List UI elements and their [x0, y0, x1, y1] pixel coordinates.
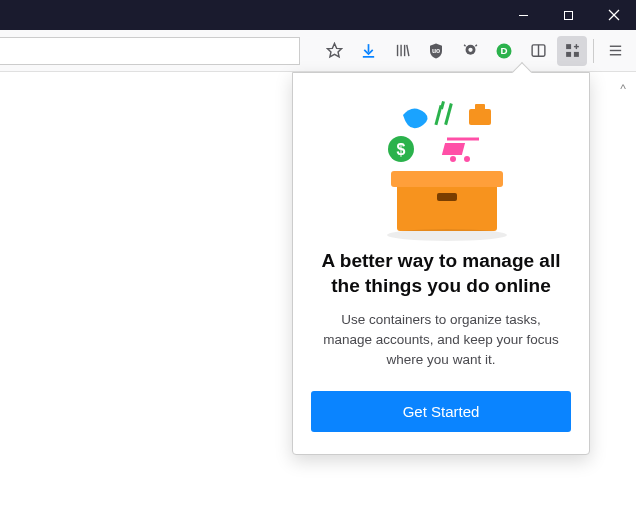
containers-onboarding-popup: $ A better way to manage all the things … [292, 72, 590, 455]
svg-line-10 [406, 45, 408, 56]
toolbar-separator [593, 39, 594, 63]
popup-body-text: Use containers to organize tasks, manage… [311, 310, 571, 369]
svg-point-34 [450, 156, 456, 162]
fork-knife-icon [434, 101, 452, 125]
svg-text:uo: uo [432, 47, 440, 54]
disconnect-d-icon[interactable]: D [489, 36, 519, 66]
browser-toolbar: uo D [0, 30, 636, 72]
library-icon[interactable] [387, 36, 417, 66]
svg-rect-30 [475, 104, 485, 110]
svg-text:D: D [500, 45, 507, 56]
storage-box-icon [387, 171, 507, 241]
svg-rect-37 [397, 181, 497, 231]
svg-rect-39 [437, 193, 457, 201]
svg-point-40 [387, 229, 507, 241]
dollar-coin-icon: $ [388, 136, 414, 162]
page-content: ^ $ [0, 72, 636, 527]
url-bar[interactable] [0, 37, 300, 65]
svg-rect-29 [469, 109, 491, 125]
svg-point-13 [468, 48, 472, 52]
scroll-up-caret-icon: ^ [620, 82, 626, 96]
svg-rect-33 [442, 143, 465, 155]
svg-rect-27 [444, 103, 453, 125]
svg-rect-19 [566, 52, 571, 57]
svg-marker-4 [327, 43, 341, 56]
svg-rect-1 [565, 11, 573, 19]
window-titlebar [0, 0, 636, 30]
shopping-cart-icon [442, 139, 479, 162]
containers-icon[interactable] [557, 36, 587, 66]
popup-illustration: $ [311, 91, 571, 241]
hamburger-menu-icon[interactable] [600, 36, 630, 66]
reader-view-icon[interactable] [523, 36, 553, 66]
window-maximize-button[interactable] [546, 0, 591, 30]
toolbar-icons: uo D [319, 36, 636, 66]
svg-rect-28 [440, 101, 445, 110]
svg-rect-18 [566, 44, 571, 49]
svg-rect-20 [573, 52, 578, 57]
get-started-button[interactable]: Get Started [311, 391, 571, 432]
svg-rect-38 [391, 171, 503, 187]
extension-bell-icon[interactable] [455, 36, 485, 66]
blue-blob-icon [403, 108, 428, 128]
window-close-button[interactable] [591, 0, 636, 30]
briefcase-icon [469, 104, 491, 125]
svg-text:$: $ [397, 141, 406, 158]
ublock-shield-icon[interactable]: uo [421, 36, 451, 66]
popup-heading: A better way to manage all the things yo… [311, 249, 571, 298]
bookmark-star-icon[interactable] [319, 36, 349, 66]
window-minimize-button[interactable] [501, 0, 546, 30]
svg-point-35 [464, 156, 470, 162]
downloads-icon[interactable] [353, 36, 383, 66]
